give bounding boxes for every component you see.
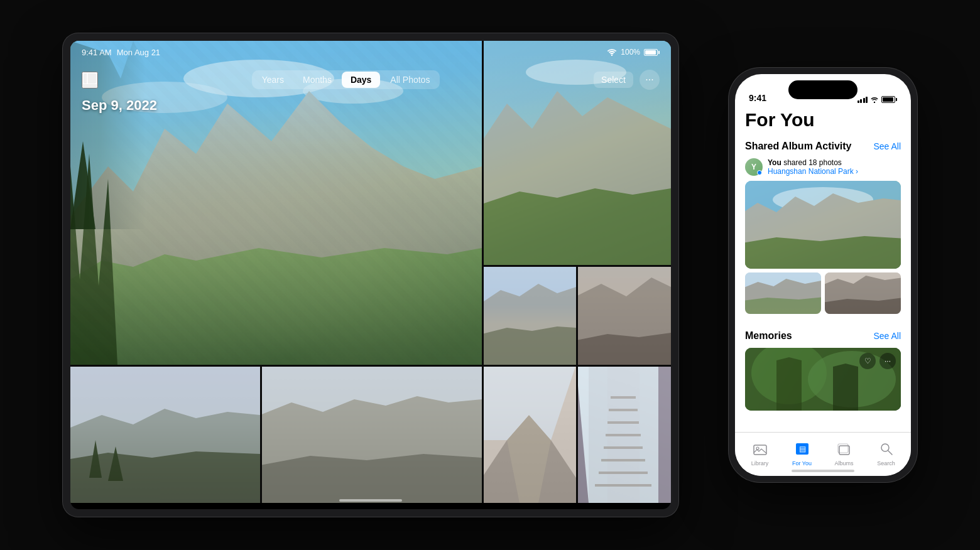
iphone-battery-icon	[881, 96, 897, 103]
svg-marker-25	[260, 454, 482, 503]
sidebar-toggle-button[interactable]	[82, 72, 98, 89]
activity-item: Y You shared 18 photos Huangshan Nationa…	[745, 158, 901, 176]
avatar-online-dot	[757, 170, 762, 175]
shared-album-title: Shared Album Activity	[745, 141, 852, 152]
svg-marker-50	[745, 236, 901, 269]
ipad-battery-pct: 100%	[621, 48, 640, 57]
iphone-device: 9:41	[729, 68, 917, 482]
iphone-time: 9:41	[749, 93, 766, 103]
svg-marker-14	[482, 326, 576, 365]
signal-icon	[858, 97, 868, 103]
tab-library-label: Library	[751, 460, 769, 466]
home-indicator	[792, 470, 854, 472]
tab-library[interactable]: Library	[739, 439, 781, 470]
svg-rect-44	[83, 73, 97, 84]
library-icon	[753, 443, 767, 458]
svg-marker-53	[745, 297, 821, 314]
iphone-wifi-icon	[870, 97, 879, 103]
svg-rect-37	[607, 421, 639, 424]
for-you-icon: ▤	[795, 443, 809, 458]
album-link[interactable]: Huangshan National Park ›	[768, 167, 858, 176]
tab-albums-label: Albums	[834, 460, 853, 466]
svg-point-63	[756, 447, 759, 450]
photo-bottom-left[interactable]	[70, 365, 260, 503]
small-thumb-2[interactable]	[825, 272, 901, 314]
svg-rect-36	[609, 409, 638, 411]
shared-album-see-all[interactable]: See All	[873, 141, 901, 151]
svg-point-43	[611, 55, 612, 56]
small-thumb-1[interactable]	[745, 272, 821, 314]
memories-header: Memories See All	[745, 330, 901, 342]
svg-rect-35	[611, 396, 636, 399]
memory-more-button[interactable]: ···	[879, 353, 896, 369]
avatar: Y	[745, 158, 763, 176]
svg-rect-42	[595, 484, 651, 487]
ipad-screen: 9:41 AM Mon Aug 21 100%	[70, 41, 671, 509]
svg-rect-41	[599, 472, 648, 474]
activity-description: You shared 18 photos Huangshan National …	[768, 158, 858, 176]
ipad-time: 9:41 AM	[82, 48, 112, 57]
svg-rect-40	[601, 459, 645, 461]
svg-line-69	[888, 451, 892, 455]
scene: 9:41 AM Mon Aug 21 100%	[44, 14, 936, 536]
scroll-indicator	[339, 499, 402, 502]
ipad-date: Mon Aug 21	[117, 48, 160, 57]
segmented-control: Years Months Days All Photos	[252, 70, 440, 89]
svg-marker-61	[833, 364, 858, 411]
svg-marker-11	[482, 188, 671, 265]
svg-text:▤: ▤	[798, 445, 805, 453]
ipad-right-actions: Select ···	[594, 70, 660, 90]
dynamic-island	[788, 80, 858, 99]
svg-point-68	[881, 444, 889, 451]
svg-marker-34	[658, 365, 671, 503]
ipad-navbar: Years Months Days All Photos Select ···	[70, 63, 671, 96]
albums-icon	[837, 443, 851, 458]
photo-grid[interactable]	[70, 41, 671, 509]
iphone-content: For You Shared Album Activity See All Y	[735, 107, 911, 432]
memories-see-all[interactable]: See All	[873, 331, 901, 341]
battery-icon	[644, 49, 660, 56]
memories-section: Memories See All ♡ ···	[745, 330, 901, 432]
for-you-title: For You	[745, 109, 901, 131]
svg-rect-39	[604, 446, 643, 449]
svg-point-46	[874, 101, 875, 102]
photo-mid-right-1[interactable]	[482, 265, 576, 365]
svg-rect-38	[606, 434, 641, 436]
ipad-device: 9:41 AM Mon Aug 21 100%	[63, 33, 678, 517]
seg-years[interactable]: Years	[253, 72, 293, 88]
svg-marker-60	[776, 357, 802, 411]
memory-thumb-icons: ♡ ···	[859, 353, 896, 369]
memory-heart-button[interactable]: ♡	[859, 353, 876, 369]
photo-bottom-mid[interactable]	[260, 365, 482, 503]
photo-mid-right-2[interactable]	[576, 265, 671, 365]
seg-days[interactable]: Days	[342, 72, 380, 88]
memory-thumb[interactable]: ♡ ···	[745, 348, 901, 411]
tab-search-label: Search	[877, 460, 895, 466]
iphone-screen: 9:41	[735, 74, 911, 476]
ipad-time-date: 9:41 AM Mon Aug 21	[82, 48, 160, 57]
activity-action: shared 18 photos	[783, 158, 842, 167]
more-button[interactable]: ···	[640, 70, 660, 90]
photo-bottom-right-2[interactable]	[576, 365, 671, 503]
ipad-statusbar: 9:41 AM Mon Aug 21 100%	[70, 41, 671, 63]
shared-album-section: Shared Album Activity See All Y You shar…	[745, 141, 901, 323]
memories-title: Memories	[745, 330, 792, 342]
photo-bottom-right-1[interactable]	[482, 365, 576, 503]
svg-marker-17	[576, 333, 671, 365]
small-thumbs	[745, 272, 901, 314]
seg-months[interactable]: Months	[294, 72, 340, 88]
wifi-icon	[607, 48, 617, 56]
ipad-date-label: Sep 9, 2022	[82, 97, 157, 114]
seg-all-photos[interactable]: All Photos	[381, 72, 438, 88]
iphone-status-icons	[858, 96, 898, 103]
shared-album-main-thumb[interactable]	[745, 181, 901, 269]
shared-album-header: Shared Album Activity See All	[745, 141, 901, 152]
tab-for-you[interactable]: ▤ For You	[781, 439, 823, 470]
tab-albums[interactable]: Albums	[823, 439, 865, 470]
activity-text: You shared 18 photos	[768, 158, 858, 167]
activity-user: You	[768, 158, 781, 167]
ipad-status-icons: 100%	[607, 48, 660, 57]
search-icon	[880, 443, 893, 458]
select-button[interactable]: Select	[594, 72, 633, 88]
tab-search[interactable]: Search	[865, 439, 907, 470]
